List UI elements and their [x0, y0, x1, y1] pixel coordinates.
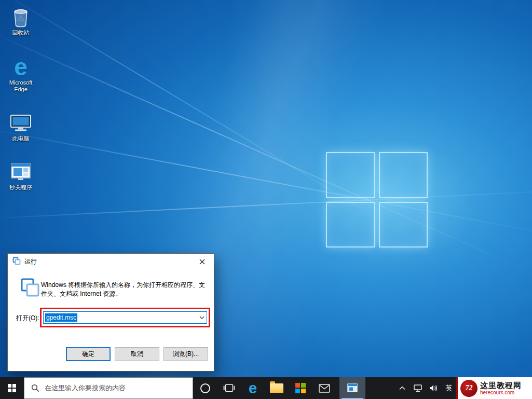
network-icon	[413, 384, 422, 392]
edge-icon: e	[249, 381, 257, 395]
cortana-icon	[200, 383, 210, 393]
taskbar: 在这里输入你要搜索的内容 e	[0, 377, 532, 399]
close-icon	[199, 259, 205, 265]
desktop-icon-recycle-bin[interactable]: 回收站	[2, 4, 39, 36]
volume-tray-button[interactable]	[427, 377, 440, 399]
ok-button[interactable]: 确定	[66, 347, 111, 361]
ime-language-indicator[interactable]: 英	[442, 383, 456, 393]
system-tray: 英	[395, 377, 456, 399]
desktop-icon-microsoft-edge[interactable]: e Microsoft Edge	[2, 54, 39, 93]
open-field-label: 打开(O):	[16, 314, 39, 323]
task-view-button[interactable]	[217, 377, 241, 399]
volume-icon	[429, 384, 438, 392]
desktop: 回收站 e Microsoft Edge 此电脑	[0, 0, 532, 399]
chevron-up-icon	[399, 386, 405, 390]
watermark-title: 这里教程网	[480, 381, 522, 390]
this-pc-icon	[9, 110, 32, 134]
desktop-icon-program[interactable]: 秒关程序	[2, 159, 39, 191]
microsoft-store-button[interactable]	[289, 377, 312, 399]
edge-icon: e	[14, 54, 28, 78]
mail-button[interactable]	[312, 377, 336, 399]
run-icon	[20, 278, 40, 299]
search-icon	[31, 384, 39, 392]
network-tray-button[interactable]	[411, 377, 425, 399]
cortana-button[interactable]	[193, 377, 217, 399]
file-explorer-button[interactable]	[265, 377, 289, 399]
run-dialog-icon	[12, 257, 21, 267]
run-window-icon	[347, 383, 358, 393]
app-window-icon	[9, 159, 32, 183]
site-watermark: 72 这里教程网 herecours.com	[456, 377, 532, 399]
run-dialog-description: Windows 将根据你所输入的名称，为你打开相应的程序、文件夹、文档或 Int…	[41, 281, 207, 298]
desktop-icon-label: 回收站	[12, 30, 30, 36]
desktop-icon-label: 秒关程序	[9, 184, 32, 191]
combobox-dropdown-button[interactable]	[197, 312, 207, 323]
browse-button[interactable]: 浏览(B)...	[163, 347, 208, 361]
run-dialog-titlebar: 运行	[8, 254, 214, 269]
edge-taskbar-button[interactable]: e	[241, 377, 265, 399]
desktop-icon-label: 此电脑	[12, 135, 30, 142]
watermark-url: herecours.com	[480, 390, 522, 396]
task-view-icon	[223, 383, 235, 393]
search-placeholder: 在这里输入你要搜索的内容	[45, 383, 126, 393]
mail-icon	[319, 384, 330, 393]
microsoft-store-icon	[295, 383, 306, 393]
desktop-icon-this-pc[interactable]: 此电脑	[2, 110, 39, 142]
windows-start-icon	[8, 384, 17, 393]
show-hidden-icons-button[interactable]	[395, 377, 409, 399]
run-command-input-value[interactable]: gpedit.msc	[45, 313, 77, 322]
windows-logo-wallpaper	[326, 152, 428, 247]
run-command-combobox[interactable]: gpedit.msc	[43, 311, 207, 324]
active-window-run-button[interactable]	[339, 377, 365, 399]
dialog-title: 运行	[24, 257, 37, 266]
start-button[interactable]	[0, 377, 24, 399]
run-dialog: 运行 Windows 将根据你所输入的名称，为你打开相应的程序、文件夹、文档或 …	[7, 253, 214, 372]
close-button[interactable]	[190, 254, 214, 269]
watermark-logo: 72	[460, 380, 478, 397]
cancel-button[interactable]: 取消	[115, 347, 159, 361]
taskbar-search-input[interactable]: 在这里输入你要搜索的内容	[24, 377, 193, 399]
chevron-down-icon	[199, 316, 204, 319]
desktop-icon-label: Microsoft Edge	[2, 79, 39, 93]
recycle-bin-icon	[10, 4, 31, 28]
file-explorer-icon	[270, 383, 283, 393]
